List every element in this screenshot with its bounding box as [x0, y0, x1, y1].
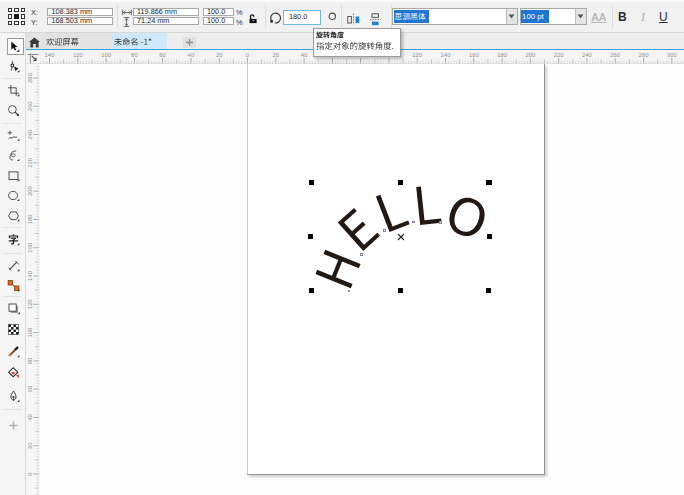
- svg-text:100: 100: [27, 326, 33, 337]
- svg-text:180: 180: [27, 213, 33, 224]
- svg-text:0: 0: [246, 52, 250, 58]
- svg-text:280: 280: [27, 72, 33, 83]
- svg-text:60: 60: [27, 385, 33, 392]
- svg-text:220: 220: [27, 157, 33, 168]
- svg-text:20: 20: [273, 52, 280, 58]
- svg-text:20: 20: [27, 441, 33, 448]
- svg-text:280: 280: [639, 52, 650, 58]
- svg-text:140: 140: [441, 52, 452, 58]
- svg-text:260: 260: [27, 100, 33, 111]
- svg-text:160: 160: [469, 52, 480, 58]
- svg-text:200: 200: [27, 185, 33, 196]
- svg-text:80: 80: [131, 52, 138, 58]
- svg-text:260: 260: [610, 52, 621, 58]
- svg-text:80: 80: [27, 356, 33, 363]
- svg-text:240: 240: [582, 52, 593, 58]
- svg-text:40: 40: [27, 413, 33, 420]
- svg-text:120: 120: [412, 52, 423, 58]
- svg-text:300: 300: [667, 52, 678, 58]
- svg-text:40: 40: [301, 52, 308, 58]
- svg-text:120: 120: [27, 298, 33, 309]
- svg-text:120: 120: [73, 52, 84, 58]
- svg-text:160: 160: [27, 242, 33, 253]
- svg-text:220: 220: [554, 52, 565, 58]
- svg-text:240: 240: [27, 128, 33, 139]
- svg-text:20: 20: [216, 52, 223, 58]
- svg-text:100: 100: [101, 52, 112, 58]
- svg-text:180: 180: [497, 52, 508, 58]
- svg-text:140: 140: [27, 270, 33, 281]
- svg-text:40: 40: [188, 52, 195, 58]
- svg-text:140: 140: [45, 52, 56, 58]
- svg-text:0: 0: [27, 471, 33, 475]
- svg-text:200: 200: [525, 52, 536, 58]
- svg-text:60: 60: [159, 52, 166, 58]
